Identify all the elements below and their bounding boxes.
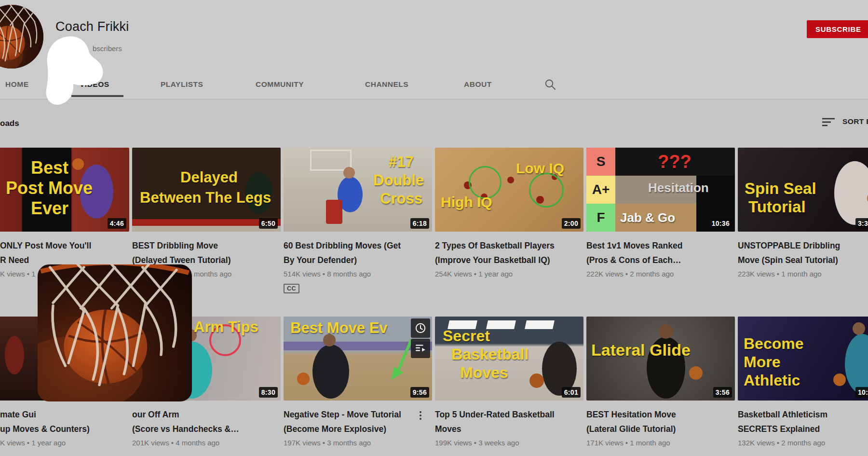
thumb-caption: Low IQ — [516, 161, 564, 176]
video-thumbnail[interactable]: Lateral Glide 3:56 — [586, 317, 735, 401]
thumb-caption: Ever — [31, 200, 68, 217]
tier-label: A+ — [586, 176, 615, 204]
thumb-caption: Post Move — [6, 180, 93, 197]
video-title[interactable]: UNSTOPPABLE Dribbling — [738, 238, 868, 253]
video-thumbnail[interactable]: Secret Basketball Moves 6:01 — [435, 317, 583, 401]
tier-label: F — [586, 204, 615, 232]
video-title[interactable]: Basketball Athleticism — [738, 407, 868, 422]
video-card: Secret Basketball Moves 6:01 Top 5 Under… — [435, 317, 583, 456]
thumb-caption: Spin Seal — [745, 180, 816, 196]
channel-avatar[interactable] — [0, 5, 43, 69]
avatar-drag-preview-image — [38, 264, 192, 401]
thumb-caption: Best — [31, 159, 68, 177]
video-title[interactable]: By Your Defender) — [284, 253, 432, 267]
uploads-heading: oads — [0, 119, 19, 128]
video-meta: 199K views • 3 weeks ago — [435, 439, 583, 447]
thumb-caption: Lateral Glide — [591, 342, 691, 358]
thumb-caption: High IQ — [441, 195, 492, 209]
thumb-caption: Athletic — [744, 373, 800, 388]
tab-community[interactable]: COMMUNITY — [256, 80, 304, 89]
channel-search-icon[interactable] — [544, 78, 556, 91]
duration-badge: 3:3 — [855, 218, 868, 229]
video-title[interactable]: 60 Best Dribbling Moves (Get — [284, 238, 432, 253]
video-title[interactable]: SECRETS Explained — [738, 422, 868, 436]
video-title[interactable]: up Moves & Counters) — [0, 422, 129, 436]
video-title[interactable]: Best 1v1 Moves Ranked — [586, 238, 735, 253]
video-meta: 197K views • 3 months ago — [284, 439, 432, 447]
video-card: Lateral Glide 3:56 BEST Hesitation Move … — [586, 317, 735, 456]
duration-badge: 6:50 — [259, 218, 278, 229]
video-thumbnail[interactable]: #17 Double Cross 6:18 — [284, 148, 432, 232]
video-meta: 132K views • 2 months ago — [738, 439, 868, 447]
video-options-menu-icon[interactable] — [420, 411, 421, 413]
basketball-net-image — [0, 5, 43, 69]
video-thumbnail[interactable]: Spin Seal Tutorial 3:3 — [738, 148, 868, 232]
duration-badge: 6:18 — [410, 218, 429, 229]
video-title[interactable]: (Pros & Cons of Each… — [586, 253, 735, 267]
thumb-caption: Double — [373, 173, 424, 188]
tab-channels[interactable]: CHANNELS — [365, 80, 408, 89]
thumb-caption: More — [744, 354, 780, 370]
sort-control[interactable]: SORT BY — [821, 116, 868, 129]
duration-badge: 8:30 — [259, 387, 278, 398]
video-card: S A+ F ??? Hesitation Jab & Go 10:36 Bes… — [586, 148, 735, 317]
video-meta: 223K views • 1 month ago — [738, 270, 868, 278]
thumb-caption: Cross — [380, 191, 422, 206]
duration-badge: 10:36 — [709, 218, 732, 229]
video-title[interactable]: (Improve Your Basketball IQ) — [435, 253, 583, 267]
video-title[interactable]: BEST Dribbling Move — [132, 238, 281, 253]
duration-badge: 2:00 — [562, 218, 581, 229]
video-title[interactable]: mate Gui — [0, 407, 129, 422]
duration-badge: 10:3 — [855, 387, 868, 398]
video-card: #17 Double Cross 6:18 60 Best Dribbling … — [284, 148, 432, 317]
video-meta: 201K views • 4 months ago — [132, 439, 281, 447]
add-to-queue-icon[interactable] — [411, 339, 430, 358]
video-title[interactable]: Move (Spin Seal Tutorial) — [738, 253, 868, 267]
video-meta: 514K views • 8 months ago — [284, 270, 432, 278]
video-title[interactable]: our Off Arm — [132, 407, 281, 422]
video-title[interactable]: 2 Types Of Basketball Players — [435, 238, 583, 253]
video-meta: K views • 1 year ago — [0, 439, 129, 447]
thumb-caption: Secret — [443, 328, 490, 344]
duration-badge: 9:56 — [410, 387, 429, 398]
video-title[interactable]: BEST Hesitation Move — [586, 407, 735, 422]
video-card: Become More Athletic 10:3 Basketball Ath… — [738, 317, 868, 456]
tab-about[interactable]: ABOUT — [464, 80, 492, 89]
video-title[interactable]: ONLY Post Move You'll — [0, 238, 129, 253]
video-title[interactable]: (Become More Explosive) — [284, 422, 432, 436]
thumb-caption: Jab & Go — [620, 211, 675, 224]
thumb-caption: Hesitation — [648, 181, 709, 194]
tier-label: S — [586, 148, 615, 176]
tab-home[interactable]: HOME — [5, 80, 29, 89]
video-title[interactable]: Moves — [435, 422, 583, 436]
video-meta: 171K views • 1 month ago — [586, 439, 735, 447]
sort-icon — [821, 116, 836, 128]
video-title[interactable]: Negative Step - Move Tutorial — [284, 407, 432, 422]
thumb-caption: Between The Legs — [140, 190, 271, 205]
video-title[interactable]: (Lateral Glide Tutorial) — [586, 422, 735, 436]
video-thumbnail[interactable]: S A+ F ??? Hesitation Jab & Go 10:36 — [586, 148, 735, 232]
video-meta: 222K views • 2 months ago — [586, 270, 735, 278]
duration-badge: 4:46 — [108, 218, 126, 229]
tab-playlists[interactable]: PLAYLISTS — [161, 80, 203, 89]
subscribe-button[interactable]: SUBSCRIBE — [807, 20, 868, 38]
thumb-caption: Delayed — [180, 170, 238, 185]
thumb-caption: Basketball — [451, 346, 529, 362]
video-card: Spin Seal Tutorial 3:3 UNSTOPPABLE Dribb… — [738, 148, 868, 317]
thumb-caption: Best Move Ev — [290, 320, 388, 335]
video-thumbnail[interactable]: Become More Athletic 10:3 — [738, 317, 868, 401]
thumb-caption: #17 — [389, 154, 414, 169]
video-thumbnail[interactable]: Low IQ High IQ 2:00 — [435, 148, 583, 232]
video-card: Best Move Ev 9:56 — [284, 317, 432, 456]
duration-badge: 3:56 — [713, 387, 732, 398]
watch-later-icon[interactable] — [411, 318, 430, 338]
video-thumbnail[interactable]: Best Post Move Ever 4:46 — [0, 148, 129, 232]
closed-captions-badge: CC — [284, 284, 299, 293]
video-title[interactable]: (Score vs Handchecks &… — [132, 422, 281, 436]
video-card: Low IQ High IQ 2:00 2 Types Of Basketbal… — [435, 148, 583, 317]
thumb-caption: Become — [744, 336, 804, 351]
video-thumbnail[interactable]: Best Move Ev 9:56 — [284, 317, 432, 401]
thumb-caption: ??? — [658, 152, 692, 171]
video-thumbnail[interactable]: Delayed Between The Legs 6:50 — [132, 148, 281, 232]
video-title[interactable]: Top 5 Under-Rated Basketball — [435, 407, 583, 422]
